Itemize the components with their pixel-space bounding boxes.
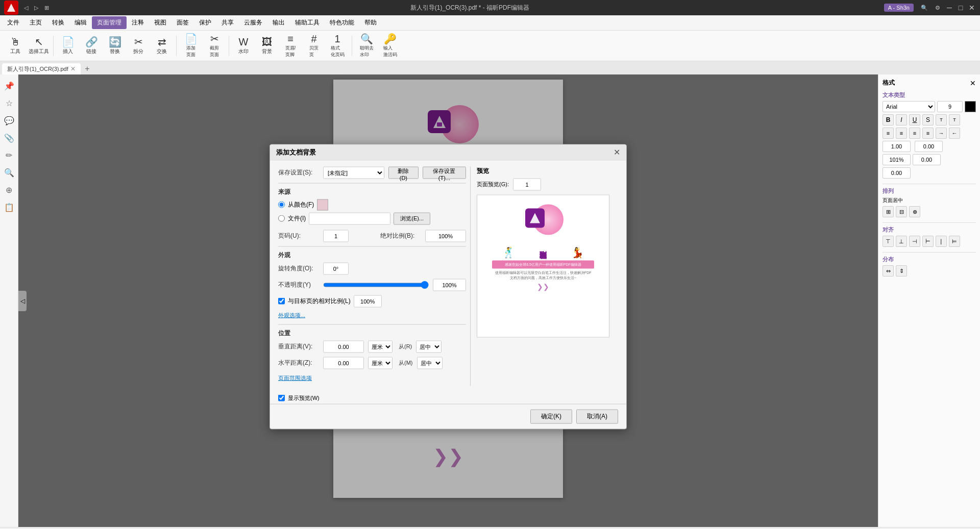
menu-view[interactable]: 视图 — [149, 16, 172, 29]
color-radio[interactable] — [278, 201, 285, 208]
ok-btn[interactable]: 确定(K) — [530, 409, 572, 423]
zoom-input[interactable] — [883, 154, 911, 165]
tool-format-page[interactable]: 1 格式化页码 — [326, 33, 349, 59]
file-radio[interactable] — [278, 215, 285, 222]
cancel-btn[interactable]: 取消(A) — [576, 409, 618, 423]
tool-add-page[interactable]: 📄 添加页面 — [180, 33, 202, 59]
align-center2-btn[interactable]: ∣ — [936, 236, 947, 247]
align-middle-btn[interactable]: ⊥ — [896, 236, 907, 247]
rotation-input[interactable] — [323, 262, 349, 274]
center-hv-btn[interactable]: ⊕ — [909, 206, 920, 217]
toolbar-small-icon[interactable]: ◁ — [21, 4, 31, 12]
sidebar-icon-comment[interactable]: 💬 — [2, 113, 16, 128]
menu-annotation[interactable]: 注释 — [127, 16, 149, 29]
settings-icon[interactable]: ⚙ — [932, 4, 943, 12]
indent-in-btn[interactable]: → — [936, 128, 947, 139]
tool-link[interactable]: 🔗 链接 — [80, 33, 103, 59]
toolbar-small-icon2[interactable]: ▷ — [32, 4, 41, 12]
sidebar-icon-edit[interactable]: ✏ — [2, 148, 16, 162]
sidebar-icon-search[interactable]: 🔍 — [2, 165, 16, 180]
tab-close[interactable]: ✕ — [70, 65, 76, 72]
color-picker[interactable] — [965, 101, 976, 112]
line-spacing-input[interactable] — [883, 141, 911, 152]
tool-hand[interactable]: 🖱 工具 — [4, 33, 27, 59]
horiz-pos-select[interactable]: 居中 — [417, 357, 443, 369]
horiz-dist-input[interactable] — [323, 357, 364, 369]
page-range-link[interactable]: 页面范围选项 — [278, 374, 312, 382]
menu-protect[interactable]: 保护 — [194, 16, 216, 29]
menu-features[interactable]: 特色功能 — [325, 16, 359, 29]
tool-watermark[interactable]: W 水印 — [232, 33, 255, 59]
page-preview-input[interactable] — [513, 178, 541, 190]
align-justify-btn[interactable]: ≡ — [922, 128, 934, 139]
font-size-input[interactable] — [937, 101, 963, 112]
advanced-link[interactable]: 外观选项... — [278, 311, 305, 319]
menu-cloud[interactable]: 云服务 — [239, 16, 267, 29]
sidebar-icon-attach[interactable]: 📎 — [2, 131, 16, 145]
extra-input[interactable] — [913, 154, 941, 165]
tool-replace[interactable]: 🔄 替换 — [104, 33, 126, 59]
show-preview-checkbox[interactable] — [278, 394, 285, 401]
align-bottom-btn[interactable]: ⊣ — [909, 236, 920, 247]
scale-checkbox[interactable] — [278, 298, 285, 305]
tab-add[interactable]: + — [82, 63, 93, 74]
dist-v-btn[interactable]: ⇕ — [896, 265, 907, 276]
indent-out-btn[interactable]: ← — [949, 128, 960, 139]
superscript-btn[interactable]: T — [936, 114, 947, 125]
save-settings-btn[interactable]: 保存设置(T)... — [423, 166, 466, 179]
tool-split[interactable]: ✂ 拆分 — [127, 33, 150, 59]
align-center-btn[interactable]: ≡ — [896, 128, 907, 139]
dialog-close-btn[interactable]: ✕ — [614, 148, 620, 156]
sidebar-icon-sign[interactable]: 📋 — [2, 200, 16, 214]
strikethrough-btn[interactable]: S — [922, 114, 934, 125]
page-num-input[interactable] — [323, 230, 349, 242]
tool-activate[interactable]: 🔑 输入激活码 — [379, 33, 401, 59]
subscript-btn[interactable]: T — [949, 114, 960, 125]
save-settings-select[interactable]: [未指定] — [323, 166, 384, 179]
center-h-btn[interactable]: ⊞ — [883, 206, 894, 217]
tool-remove-watermark[interactable]: 🔍 聪明去水印 — [355, 33, 378, 59]
opacity-input[interactable] — [433, 279, 466, 291]
close-btn[interactable]: ✕ — [968, 4, 976, 12]
align-left2-btn[interactable]: ⊢ — [922, 236, 934, 247]
vert-unit-select[interactable]: 厘米 — [368, 340, 393, 352]
align-top-btn[interactable]: ⊤ — [883, 236, 894, 247]
tool-crop[interactable]: ✂ 截剪页面 — [203, 33, 226, 59]
color-swatch[interactable] — [317, 199, 328, 210]
menu-edit[interactable]: 编辑 — [69, 16, 92, 29]
align-right2-btn[interactable]: ⊨ — [949, 236, 960, 247]
vert-dist-input[interactable] — [323, 340, 364, 352]
menu-page-mgmt[interactable]: 页面管理 — [92, 16, 127, 29]
align-left-btn[interactable]: ≡ — [883, 128, 894, 139]
tool-select[interactable]: ↖ 选择工具 — [28, 33, 50, 59]
sidebar-icon-star[interactable]: ☆ — [2, 96, 16, 110]
opacity-slider[interactable] — [323, 280, 429, 289]
menu-share[interactable]: 共享 — [216, 16, 239, 29]
delete-btn[interactable]: 删除(D) — [388, 166, 419, 179]
tool-swap[interactable]: ⇄ 交换 — [151, 33, 173, 59]
sidebar-icon-bookmark[interactable]: 📌 — [2, 79, 16, 93]
maximize-btn[interactable]: □ — [957, 4, 965, 12]
tool-background[interactable]: 🖼 背景 — [256, 33, 278, 59]
menu-output[interactable]: 输出 — [267, 16, 290, 29]
menu-file[interactable]: 文件 — [2, 16, 24, 29]
menu-home[interactable]: 主页 — [24, 16, 47, 29]
scale-input[interactable] — [354, 295, 382, 307]
minimize-btn[interactable]: ─ — [945, 4, 953, 12]
tab-document[interactable]: 新人引导(1)_OCR(3).pdf ✕ — [2, 63, 81, 74]
italic-btn[interactable]: I — [896, 114, 907, 125]
dist-h-btn[interactable]: ⇔ — [883, 265, 894, 276]
menu-sign[interactable]: 面签 — [172, 16, 194, 29]
bold-btn[interactable]: B — [883, 114, 894, 125]
file-path-input[interactable] — [309, 212, 390, 224]
menu-convert[interactable]: 转换 — [47, 16, 69, 29]
tool-bates[interactable]: # 贝茨页 — [303, 33, 325, 59]
tool-insert[interactable]: 📄 插入 — [57, 33, 79, 59]
para-spacing-input[interactable] — [915, 141, 943, 152]
abs-ratio-input[interactable] — [425, 230, 466, 242]
vert-pos-select[interactable]: 居中 — [416, 340, 442, 352]
rs-close-btn[interactable]: ✕ — [970, 79, 976, 87]
font-name-select[interactable]: Arial — [883, 101, 935, 112]
extra-input2[interactable] — [883, 167, 911, 179]
menu-help[interactable]: 帮助 — [359, 16, 382, 29]
